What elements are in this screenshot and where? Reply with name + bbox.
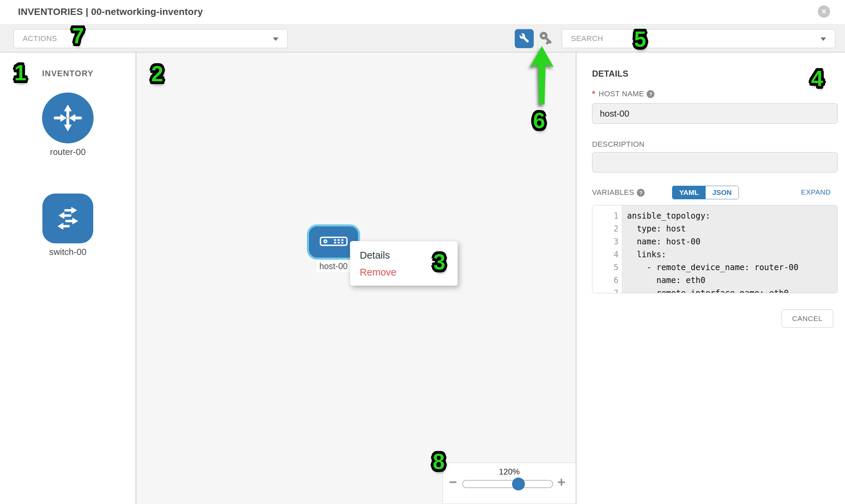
host-name-label-row: * HOST NAME ? xyxy=(592,89,654,98)
search-dropdown[interactable]: SEARCH xyxy=(562,29,835,48)
zoom-slider-thumb[interactable] xyxy=(512,478,525,490)
format-toggle-json[interactable]: JSON xyxy=(706,186,739,199)
palette-item-label: switch-00 xyxy=(49,247,86,257)
context-menu-item-remove[interactable]: Remove xyxy=(350,264,457,281)
cancel-button[interactable]: CANCEL xyxy=(781,309,833,328)
inventory-palette-sidebar: INVENTORY router-00 xyxy=(0,53,136,504)
zoom-in-button[interactable]: + xyxy=(558,475,565,489)
description-label-row: DESCRIPTION xyxy=(592,140,645,149)
zoom-control-panel: 120% − + xyxy=(442,463,576,504)
code-content[interactable]: ansible_topology: type: host name: host-… xyxy=(622,205,837,293)
search-dropdown-label: SEARCH xyxy=(571,34,603,43)
palette-item-router[interactable]: router-00 xyxy=(0,92,136,157)
node-context-menu: Details Remove xyxy=(350,241,458,286)
toolbar-key-button[interactable] xyxy=(537,30,555,48)
actions-dropdown-label: ACTIONS xyxy=(23,34,57,43)
zoom-slider-track[interactable] xyxy=(462,480,553,488)
toolbar-settings-button[interactable] xyxy=(515,29,534,48)
switch-icon xyxy=(42,194,93,244)
description-label: DESCRIPTION xyxy=(592,140,645,149)
palette-item-switch[interactable]: switch-00 xyxy=(0,194,136,257)
details-panel: DETAILS * HOST NAME ? DESCRIPTION VARIAB… xyxy=(578,53,845,504)
variables-code-editor[interactable]: 1 2 3 4 5 6 7 ansible_topology: type: ho… xyxy=(592,205,838,293)
wrench-icon xyxy=(519,33,529,44)
zoom-level-label: 120% xyxy=(443,467,576,476)
chevron-down-icon xyxy=(273,38,278,41)
page-title: INVENTORIES | 00-networking-inventory xyxy=(18,6,203,17)
format-toggle-yaml[interactable]: YAML xyxy=(672,186,706,199)
help-icon[interactable]: ? xyxy=(637,189,645,197)
topology-canvas[interactable]: host-00 Details Remove 120% − + xyxy=(136,53,577,504)
close-button[interactable]: ✕ xyxy=(818,5,830,18)
help-icon[interactable]: ? xyxy=(647,90,654,98)
context-menu-item-details[interactable]: Details xyxy=(350,247,457,264)
titlebar: INVENTORIES | 00-networking-inventory ✕ xyxy=(0,0,845,24)
required-asterisk: * xyxy=(592,89,595,98)
inventory-topology-screen: INVENTORIES | 00-networking-inventory ✕ … xyxy=(0,0,845,504)
toolbar: ACTIONS SEARCH xyxy=(0,24,845,53)
key-icon xyxy=(538,30,554,47)
host-icon xyxy=(320,237,348,248)
host-name-label: HOST NAME xyxy=(598,89,644,98)
actions-dropdown[interactable]: ACTIONS xyxy=(14,29,287,48)
code-line-numbers: 1 2 3 4 5 6 7 xyxy=(592,205,622,293)
host-name-input[interactable] xyxy=(592,103,838,124)
variables-format-toggle: YAML JSON xyxy=(672,186,739,199)
variables-row: VARIABLES ? YAML JSON EXPAND xyxy=(592,188,831,197)
chevron-down-icon xyxy=(821,38,826,41)
zoom-out-button[interactable]: − xyxy=(449,475,457,489)
palette-item-label: router-00 xyxy=(50,147,86,157)
router-icon xyxy=(42,92,93,143)
details-panel-title: DETAILS xyxy=(592,69,628,79)
close-icon: ✕ xyxy=(821,7,827,16)
description-input[interactable] xyxy=(592,152,838,173)
sidebar-title: INVENTORY xyxy=(0,69,136,78)
expand-link[interactable]: EXPAND xyxy=(801,188,831,196)
variables-label: VARIABLES xyxy=(592,188,634,197)
